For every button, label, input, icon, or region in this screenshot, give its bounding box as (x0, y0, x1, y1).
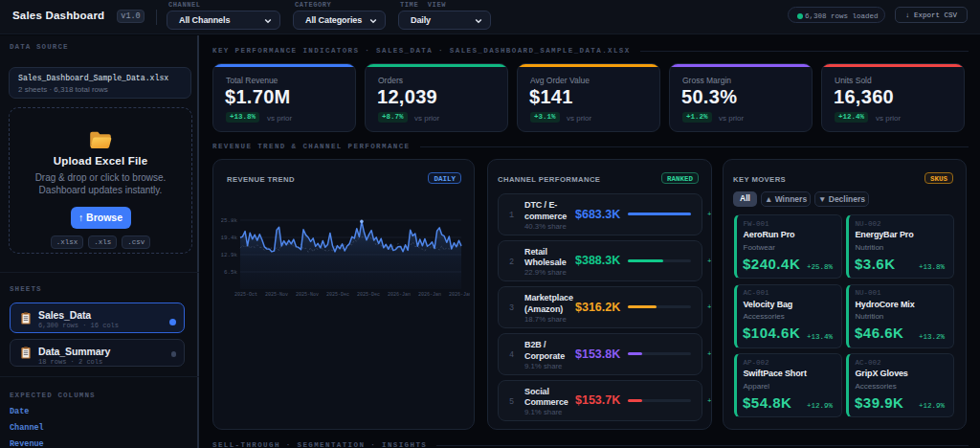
svg-text:12.9k: 12.9k (221, 252, 238, 258)
svg-text:6.5k: 6.5k (224, 269, 237, 276)
svg-text:2025-Oct: 2025-Oct (234, 292, 257, 298)
svg-text:2026-Jan: 2026-Jan (449, 292, 470, 298)
svg-text:2025-Nov: 2025-Nov (265, 292, 288, 298)
svg-text:2025-Nov: 2025-Nov (296, 292, 319, 298)
svg-text:2025-Dec: 2025-Dec (357, 292, 380, 298)
svg-text:19.4k: 19.4k (221, 235, 238, 241)
svg-text:2025-Dec: 2025-Dec (326, 292, 349, 298)
svg-text:25.8k: 25.8k (221, 217, 238, 224)
svg-text:2026-Jan: 2026-Jan (418, 292, 441, 298)
svg-text:2026-Jan: 2026-Jan (388, 292, 411, 298)
